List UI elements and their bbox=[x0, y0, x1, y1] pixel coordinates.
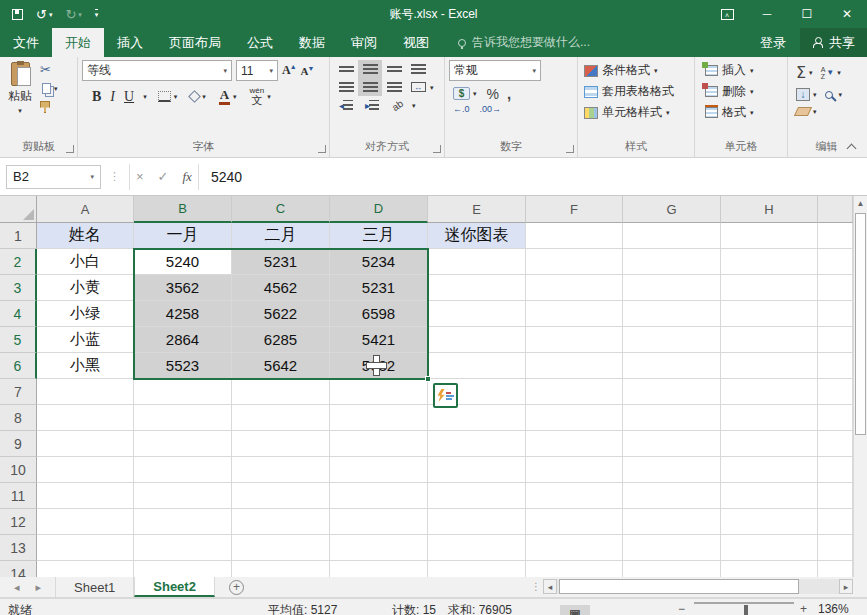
cell-A4[interactable]: 小绿 bbox=[37, 301, 134, 327]
percent-style-button[interactable]: % bbox=[487, 86, 499, 102]
cell-F5[interactable] bbox=[526, 327, 623, 353]
copy-button[interactable]: ▾ bbox=[40, 82, 60, 95]
cell-E10[interactable] bbox=[428, 457, 526, 483]
font-name-select[interactable]: 等线 ▾ bbox=[82, 60, 232, 81]
cell-C2[interactable]: 5231 bbox=[232, 249, 330, 275]
cell-H7[interactable] bbox=[721, 379, 818, 405]
cell-C10[interactable] bbox=[232, 457, 330, 483]
cell-G5[interactable] bbox=[623, 327, 721, 353]
cell-B9[interactable] bbox=[134, 431, 232, 457]
cell-B4[interactable]: 4258 bbox=[134, 301, 232, 327]
tab-view[interactable]: 视图 bbox=[390, 28, 442, 57]
delete-cells-button[interactable]: 删除▾ bbox=[699, 81, 783, 102]
cell-B6[interactable]: 5523 bbox=[134, 353, 232, 379]
cell-I4[interactable] bbox=[818, 301, 853, 327]
cell-F13[interactable] bbox=[526, 535, 623, 561]
row-header-9[interactable]: 9 bbox=[0, 431, 37, 457]
page-break-view-button[interactable]: ▥ bbox=[560, 605, 590, 615]
align-right-button[interactable] bbox=[382, 78, 406, 96]
cell-D10[interactable] bbox=[330, 457, 428, 483]
cell-H8[interactable] bbox=[721, 405, 818, 431]
cell-H12[interactable] bbox=[721, 509, 818, 535]
column-header-E[interactable]: E bbox=[428, 196, 526, 223]
phonetic-guide-button[interactable]: wén文 ▾ bbox=[248, 86, 273, 107]
column-header-B[interactable]: B bbox=[134, 196, 232, 223]
redo-button[interactable]: ↻▾ bbox=[65, 7, 81, 22]
row-header-13[interactable]: 13 bbox=[0, 535, 37, 561]
font-dialog-launcher-icon[interactable] bbox=[318, 145, 326, 153]
cell-F10[interactable] bbox=[526, 457, 623, 483]
cell-A12[interactable] bbox=[37, 509, 134, 535]
row-header-6[interactable]: 6 bbox=[0, 353, 37, 379]
cell-D12[interactable] bbox=[330, 509, 428, 535]
cell-B14[interactable] bbox=[134, 561, 232, 577]
cell-I11[interactable] bbox=[818, 483, 853, 509]
insert-function-icon[interactable]: fx bbox=[183, 169, 192, 185]
vertical-scrollbar[interactable]: ▲ bbox=[853, 196, 867, 577]
clear-button[interactable]: ▾ bbox=[794, 106, 819, 117]
cell-B3[interactable]: 3562 bbox=[134, 275, 232, 301]
cell-A2[interactable]: 小白 bbox=[37, 249, 134, 275]
column-header-I[interactable] bbox=[818, 196, 853, 223]
row-header-1[interactable]: 1 bbox=[0, 223, 37, 249]
cell-B1[interactable]: 一月 bbox=[134, 223, 232, 249]
cell-A10[interactable] bbox=[37, 457, 134, 483]
cell-H1[interactable] bbox=[721, 223, 818, 249]
cell-F14[interactable] bbox=[526, 561, 623, 577]
number-dialog-launcher-icon[interactable] bbox=[566, 145, 574, 153]
cell-G1[interactable] bbox=[623, 223, 721, 249]
ribbon-display-options-button[interactable]: ˄ bbox=[707, 0, 747, 28]
orientation-button[interactable]: ab bbox=[386, 96, 410, 114]
decrease-indent-button[interactable]: ◂ bbox=[334, 96, 358, 114]
borders-button[interactable]: ▾ bbox=[156, 90, 180, 103]
bold-button[interactable]: B bbox=[92, 89, 101, 105]
underline-dropdown-icon[interactable]: ▾ bbox=[143, 93, 147, 100]
format-as-table-button[interactable]: 套用表格格式 bbox=[582, 81, 690, 102]
cell-D6[interactable]: 5632 bbox=[330, 353, 428, 379]
column-header-D[interactable]: D bbox=[330, 196, 428, 223]
cell-I12[interactable] bbox=[818, 509, 853, 535]
fill-button[interactable]: ↓▾ bbox=[794, 87, 819, 102]
row-header-4[interactable]: 4 bbox=[0, 301, 37, 327]
cell-F3[interactable] bbox=[526, 275, 623, 301]
cell-B7[interactable] bbox=[134, 379, 232, 405]
cell-B10[interactable] bbox=[134, 457, 232, 483]
cell-F7[interactable] bbox=[526, 379, 623, 405]
cell-C14[interactable] bbox=[232, 561, 330, 577]
cell-styles-button[interactable]: 单元格样式▾ bbox=[582, 102, 690, 123]
grow-font-button[interactable]: A▲ bbox=[282, 63, 297, 78]
cell-A3[interactable]: 小黄 bbox=[37, 275, 134, 301]
cell-A1[interactable]: 姓名 bbox=[37, 223, 134, 249]
cell-A13[interactable] bbox=[37, 535, 134, 561]
cell-F9[interactable] bbox=[526, 431, 623, 457]
cell-F4[interactable] bbox=[526, 301, 623, 327]
close-button[interactable]: ✕ bbox=[827, 0, 867, 28]
undo-button[interactable]: ↺▾ bbox=[36, 7, 52, 22]
horizontal-scroll-thumb[interactable] bbox=[559, 579, 799, 594]
bottom-align-button[interactable] bbox=[382, 60, 406, 78]
cell-H2[interactable] bbox=[721, 249, 818, 275]
row-header-14[interactable]: 14 bbox=[0, 561, 37, 577]
cell-E1[interactable]: 迷你图表 bbox=[428, 223, 526, 249]
font-size-select[interactable]: 11 ▾ bbox=[236, 60, 278, 81]
cell-I3[interactable] bbox=[818, 275, 853, 301]
cell-I13[interactable] bbox=[818, 535, 853, 561]
cell-H9[interactable] bbox=[721, 431, 818, 457]
format-painter-icon[interactable] bbox=[40, 101, 50, 113]
cell-A9[interactable] bbox=[37, 431, 134, 457]
row-header-5[interactable]: 5 bbox=[0, 327, 37, 353]
alignment-dialog-launcher-icon[interactable] bbox=[433, 145, 441, 153]
cell-D8[interactable] bbox=[330, 405, 428, 431]
cell-B2[interactable]: 5240 bbox=[134, 249, 232, 275]
conditional-formatting-button[interactable]: 条件格式▾ bbox=[582, 60, 690, 81]
scroll-left-icon[interactable]: ◂ bbox=[543, 579, 557, 594]
previous-sheet-icon[interactable]: ◂ bbox=[14, 581, 20, 594]
tell-me-box[interactable]: 告诉我您想要做什么... bbox=[442, 28, 590, 57]
column-header-G[interactable]: G bbox=[623, 196, 721, 223]
cell-I2[interactable] bbox=[818, 249, 853, 275]
cell-F2[interactable] bbox=[526, 249, 623, 275]
row-header-11[interactable]: 11 bbox=[0, 483, 37, 509]
cell-C7[interactable] bbox=[232, 379, 330, 405]
decrease-decimal-button[interactable]: .00→ bbox=[480, 105, 502, 115]
cell-E5[interactable] bbox=[428, 327, 526, 353]
